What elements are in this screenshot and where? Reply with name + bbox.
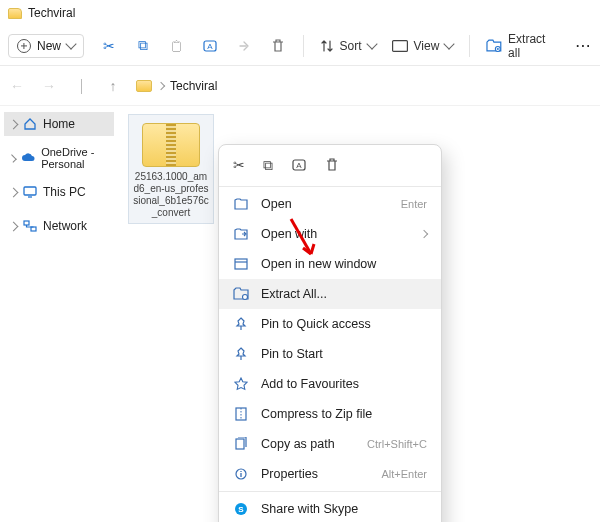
copypath-icon — [233, 437, 249, 451]
back-button[interactable]: ← — [8, 78, 26, 94]
context-menu: ✂ ⧉ A Open Enter Open with Open in new w… — [218, 144, 442, 522]
ctx-label: Open — [261, 197, 389, 211]
pin-icon — [233, 317, 249, 331]
network-icon — [23, 219, 37, 233]
properties-icon — [233, 467, 249, 481]
sort-label: Sort — [340, 39, 362, 53]
svg-text:S: S — [238, 505, 244, 514]
delete-icon[interactable] — [269, 37, 287, 55]
sidebar-item-network[interactable]: Network — [4, 214, 114, 238]
ctx-compress-zip[interactable]: Compress to Zip file — [219, 399, 441, 429]
more-button[interactable]: ··· — [576, 39, 592, 53]
recent-chevron[interactable] — [72, 79, 90, 93]
view-label: View — [414, 39, 440, 53]
extract-all-icon — [486, 39, 502, 53]
ctx-hint: Enter — [401, 198, 427, 210]
new-window-icon — [233, 258, 249, 270]
new-button[interactable]: New — [8, 34, 84, 58]
svg-rect-2 — [392, 40, 407, 51]
view-icon — [392, 40, 408, 52]
extract-all-label: Extract all — [508, 32, 560, 60]
skype-icon: S — [233, 502, 249, 516]
zip-folder-icon — [142, 123, 200, 167]
ctx-label: Compress to Zip file — [261, 407, 427, 421]
copy-icon[interactable]: ⧉ — [263, 157, 273, 176]
command-bar: New ✂ ⧉ 📋︎ A Sort View Extract all ··· — [0, 26, 600, 66]
ctx-extract-all[interactable]: Extract All... — [219, 279, 441, 309]
ctx-properties[interactable]: Properties Alt+Enter — [219, 459, 441, 489]
ctx-label: Extract All... — [261, 287, 427, 301]
delete-icon[interactable] — [325, 157, 339, 176]
view-button[interactable]: View — [392, 39, 454, 53]
ctx-open-with[interactable]: Open with — [219, 219, 441, 249]
extract-all-button[interactable]: Extract all — [486, 32, 560, 60]
forward-button[interactable]: → — [40, 78, 58, 94]
ctx-label: Add to Favourites — [261, 377, 427, 391]
ctx-open-new-window[interactable]: Open in new window — [219, 249, 441, 279]
chevron-down-icon — [444, 38, 455, 49]
chevron-right-icon — [157, 81, 165, 89]
svg-rect-4 — [24, 187, 36, 195]
up-button[interactable]: ↑ — [104, 78, 122, 94]
chevron-down-icon — [366, 38, 377, 49]
breadcrumb-current: Techviral — [170, 79, 217, 93]
ctx-label: Share with Skype — [261, 502, 427, 516]
breadcrumb[interactable]: Techviral — [136, 79, 217, 93]
ctx-label: Open with — [261, 227, 409, 241]
svg-point-10 — [243, 295, 248, 300]
ctx-hint: Alt+Enter — [381, 468, 427, 480]
open-with-icon — [233, 228, 249, 240]
ctx-label: Pin to Quick access — [261, 317, 427, 331]
copy-icon[interactable]: ⧉ — [134, 37, 152, 55]
sidebar-item-label: OneDrive - Personal — [41, 146, 110, 170]
ctx-label: Copy as path — [261, 437, 355, 451]
ctx-add-favourites[interactable]: Add to Favourites — [219, 369, 441, 399]
sidebar-item-home[interactable]: Home — [4, 112, 114, 136]
chevron-right-icon — [9, 119, 19, 129]
sidebar-item-onedrive[interactable]: OneDrive - Personal — [4, 146, 114, 170]
cut-icon[interactable]: ✂ — [233, 157, 245, 176]
sort-button[interactable]: Sort — [320, 39, 376, 53]
share-icon[interactable] — [235, 37, 253, 55]
pin-start-icon — [233, 347, 249, 361]
svg-text:A: A — [296, 161, 302, 170]
cut-icon[interactable]: ✂ — [100, 37, 118, 55]
folder-icon — [136, 80, 152, 92]
monitor-icon — [23, 185, 37, 199]
chevron-right-icon — [9, 221, 19, 231]
ctx-share-skype[interactable]: S Share with Skype — [219, 494, 441, 522]
title-bar: Techviral — [0, 0, 600, 26]
ctx-open[interactable]: Open Enter — [219, 189, 441, 219]
chevron-right-icon — [9, 187, 19, 197]
sidebar-item-label: Home — [43, 117, 75, 131]
ctx-pin-quick-access[interactable]: Pin to Quick access — [219, 309, 441, 339]
divider — [303, 35, 304, 57]
plus-circle-icon — [17, 39, 31, 53]
svg-rect-9 — [235, 259, 247, 269]
ctx-copy-as-path[interactable]: Copy as path Ctrl+Shift+C — [219, 429, 441, 459]
sidebar-item-label: This PC — [43, 185, 86, 199]
extract-icon — [233, 287, 249, 301]
zip-icon — [233, 407, 249, 421]
sidebar-item-thispc[interactable]: This PC — [4, 180, 114, 204]
context-menu-quick-actions: ✂ ⧉ A — [219, 149, 441, 184]
rename-icon[interactable]: A — [201, 37, 219, 55]
ctx-hint: Ctrl+Shift+C — [367, 438, 427, 450]
ctx-pin-start[interactable]: Pin to Start — [219, 339, 441, 369]
sidebar: Home OneDrive - Personal This PC Network — [0, 106, 118, 522]
cloud-icon — [21, 151, 35, 165]
new-button-label: New — [37, 39, 61, 53]
chevron-right-icon — [420, 230, 428, 238]
separator — [219, 186, 441, 187]
sort-icon — [320, 39, 334, 53]
ctx-label: Open in new window — [261, 257, 427, 271]
svg-rect-5 — [24, 221, 29, 225]
file-name: 25163.1000_amd6_en-us_professional_6b1e5… — [133, 171, 209, 219]
file-item-zip[interactable]: 25163.1000_amd6_en-us_professional_6b1e5… — [128, 114, 214, 224]
paste-icon[interactable]: 📋︎ — [168, 37, 186, 55]
sidebar-item-label: Network — [43, 219, 87, 233]
chevron-right-icon — [8, 154, 17, 163]
rename-icon[interactable]: A — [291, 157, 307, 176]
window-title: Techviral — [28, 6, 75, 20]
star-icon — [233, 377, 249, 391]
